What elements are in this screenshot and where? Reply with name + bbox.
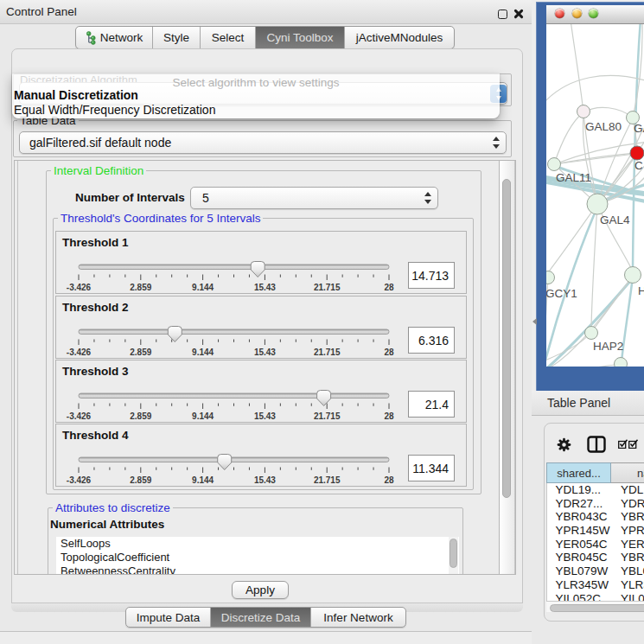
threshold-slider[interactable]: -3.4262.8599.14415.4321.71528 [56, 360, 468, 424]
network-node[interactable] [587, 194, 608, 214]
settings-vertical-scrollbar[interactable] [499, 161, 515, 574]
threshold-block: Threshold 1-3.4262.8599.14415.4321.71528… [55, 231, 467, 294]
threshold-value-field[interactable]: 6.316 [408, 327, 455, 354]
float-window-icon[interactable] [498, 10, 507, 19]
column-header-name[interactable]: na [611, 462, 644, 483]
table-rows[interactable]: YDL19...YDL19YDR27...YDR27YBR043CYBR04YP… [546, 483, 644, 601]
numerical-attributes-label: Numerical Attributes [50, 518, 164, 531]
cell-name: YBR04 [621, 551, 644, 564]
cell-shared-name: YLR345W [556, 578, 609, 592]
tab-select[interactable]: Select [201, 27, 256, 48]
close-icon[interactable] [513, 9, 524, 19]
svg-text:15.43: 15.43 [254, 475, 276, 485]
table-row[interactable]: YER054CYER05 [547, 538, 644, 552]
cyni-bottom-tabs: Impute Data Discretize Data Infer Networ… [125, 607, 406, 628]
minimize-traffic-light-icon[interactable] [572, 9, 582, 18]
table-row[interactable]: YLR345WYLR34 [547, 578, 644, 592]
screenshot-stage: Control Panel Network Style Select [0, 0, 644, 644]
cell-name: YER05 [621, 538, 644, 552]
network-node[interactable] [630, 146, 644, 160]
attribute-list-item[interactable]: TopologicalCoefficient [56, 551, 459, 564]
cell-shared-name: YBR043C [556, 510, 608, 524]
threshold-block: Threshold 2-3.4262.8599.14415.4321.71528… [55, 296, 467, 359]
table-panel-dock: Table Panel [532, 391, 644, 644]
tab-infer-network[interactable]: Infer Network [311, 608, 405, 627]
network-node[interactable] [548, 158, 561, 171]
thresholds-group-title: Threshold's Coordinates for 5 Intervals [58, 213, 263, 225]
svg-text:-3.426: -3.426 [67, 283, 92, 292]
slider-thumb [168, 327, 182, 342]
control-panel-title: Control Panel [6, 0, 77, 24]
tab-cyni-toolbox[interactable]: Cyni Toolbox [256, 27, 345, 48]
threshold-slider[interactable]: -3.4262.8599.14415.4321.71528 [56, 296, 468, 360]
checkbox-icon[interactable] [628, 439, 639, 449]
table-row[interactable]: YBR043CYBR04 [547, 510, 644, 524]
zoom-traffic-light-icon[interactable] [589, 9, 598, 18]
dropdown-item-equal-width[interactable]: Equal Width/Frequency Discretization [14, 103, 215, 117]
network-icon [86, 31, 97, 45]
network-node[interactable] [615, 358, 628, 367]
settings-vertical-scrollbar-thumb[interactable] [502, 179, 511, 498]
network-canvas[interactable]: GAL80GACGAL11GAL4GCY1HHAP2 [546, 24, 644, 367]
threshold-value-field[interactable]: 14.713 [408, 262, 455, 289]
table-row[interactable]: YBR045CYBR04 [547, 551, 644, 564]
interval-definition-group-title: Interval Definition [51, 165, 146, 177]
number-of-intervals-value: 5 [202, 188, 209, 208]
numerical-attributes-list[interactable]: SelfLoopsTopologicalCoefficientBetweenne… [56, 537, 459, 575]
network-node[interactable] [577, 105, 590, 118]
close-traffic-light-icon[interactable] [555, 9, 564, 18]
network-node-label: GCY1 [546, 287, 577, 300]
table-row[interactable]: YBL079WYBL07 [547, 564, 644, 578]
dropdown-item-manual-discretization[interactable]: Manual Discretization [14, 88, 138, 102]
threshold-slider[interactable]: -3.4262.8599.14415.4321.71528 [56, 232, 468, 295]
svg-text:15.43: 15.43 [254, 411, 276, 421]
threshold-slider[interactable]: -3.4262.8599.14415.4321.71528 [56, 424, 468, 488]
table-row[interactable]: YPR145WYPR14 [547, 524, 644, 538]
attribute-list-item[interactable]: SelfLoops [56, 537, 459, 551]
cell-shared-name: YBR045C [556, 551, 608, 564]
table-row[interactable]: YDL19...YDL19 [547, 483, 644, 497]
table-row[interactable]: YIL052CYIL05 [547, 592, 644, 602]
column-header-shared-name[interactable]: shared... [546, 462, 611, 483]
settings-scrollpane: Interval Definition Number of Intervals … [14, 160, 516, 575]
attributes-list-scrollbar-thumb[interactable] [450, 539, 457, 568]
gear-icon[interactable] [557, 437, 571, 452]
svg-text:9.144: 9.144 [192, 283, 214, 292]
network-node-label: H [638, 284, 644, 297]
cell-name: YLR34 [621, 578, 644, 592]
threshold-value-field[interactable]: 21.4 [408, 391, 455, 418]
attributes-list-scrollbar[interactable] [449, 537, 458, 575]
network-node[interactable] [585, 327, 598, 340]
attribute-list-item[interactable]: BetweennessCentrality [56, 564, 459, 575]
combo-stepper-icon [492, 136, 500, 150]
cell-shared-name: YDR27... [556, 497, 603, 511]
tab-style[interactable]: Style [153, 27, 201, 48]
table-horizontal-scrollbar-thumb[interactable] [550, 604, 644, 612]
network-node[interactable] [625, 267, 641, 284]
network-window-titlebar [546, 5, 644, 24]
tab-jactivemnodules[interactable]: jActiveMNodules [345, 27, 454, 48]
tab-network[interactable]: Network [76, 27, 153, 48]
table-horizontal-scrollbar[interactable] [546, 601, 644, 612]
svg-text:2.859: 2.859 [130, 475, 151, 485]
split-columns-icon[interactable] [587, 436, 606, 453]
tab-impute-data[interactable]: Impute Data [126, 608, 211, 627]
cell-name: YBR04 [621, 510, 644, 524]
dropdown-prompt-item[interactable]: Select algorithm to view settings [12, 76, 500, 89]
number-of-intervals-combobox[interactable]: 5 [190, 187, 438, 209]
svg-text:28: 28 [384, 348, 394, 357]
desktop-area: GAL80GACGAL11GAL4GCY1HHAP2 Table Panel [532, 0, 644, 644]
network-node[interactable] [546, 271, 555, 284]
network-node-label: GAL11 [556, 171, 591, 184]
svg-text:21.715: 21.715 [314, 411, 341, 421]
table-row[interactable]: YDR27...YDR27 [547, 497, 644, 511]
algorithm-dropdown-popup: Select algorithm to view settings Manual… [12, 73, 500, 118]
threshold-value-field[interactable]: 11.344 [408, 455, 455, 481]
svg-text:21.715: 21.715 [314, 283, 341, 292]
apply-button[interactable]: Apply [232, 581, 289, 599]
tab-discretize-data[interactable]: Discretize Data [211, 608, 311, 627]
splitter-collapse-icon[interactable] [532, 318, 537, 325]
table-data-combobox[interactable]: galFiltered.sif default node [19, 131, 507, 154]
checkbox-icon[interactable] [618, 439, 628, 449]
network-node-label: C [634, 159, 643, 172]
